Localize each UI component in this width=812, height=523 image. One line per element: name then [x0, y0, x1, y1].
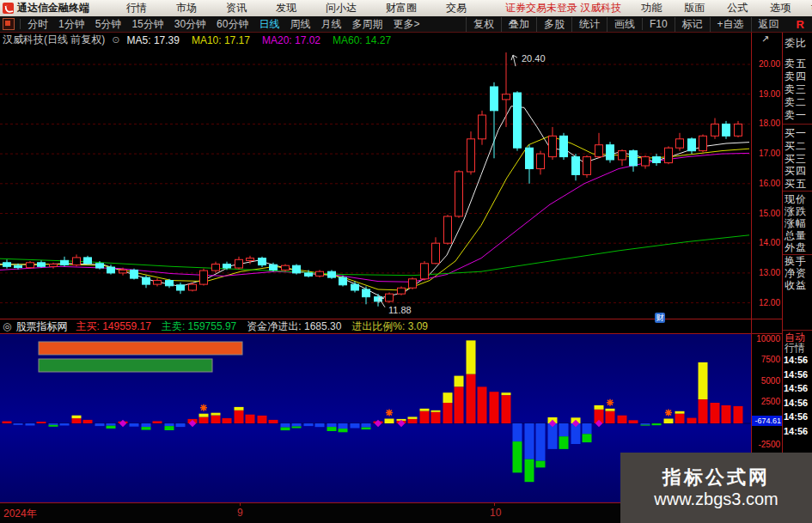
period-tab-30分钟[interactable]: 30分钟 — [169, 17, 211, 32]
menu-item-财富圈[interactable]: 财富圈 — [371, 1, 431, 15]
menu-item-发现[interactable]: 发现 — [261, 1, 311, 15]
indicator-value: 资金净进出: 1685.30 — [247, 319, 341, 334]
tool-button-返回[interactable]: 返回 — [751, 17, 786, 32]
tick-time: 14:56 — [784, 426, 808, 436]
tick-time: 14:56 — [784, 383, 808, 393]
price-tick-label: 17.00 — [751, 149, 780, 158]
tool-button-F10[interactable]: F10 — [642, 18, 675, 30]
price-tick-label: 15.00 — [751, 210, 780, 218]
watermark-url: www.zbgs3.com — [654, 489, 778, 509]
price-tick-label: 18.00 — [751, 119, 780, 128]
period-tab-5分钟[interactable]: 5分钟 — [90, 17, 127, 32]
quote-label-外盘: 外盘 — [785, 242, 807, 253]
quote-label-现价: 现价 — [785, 194, 807, 205]
tool-button-叠加[interactable]: 叠加 — [501, 17, 536, 32]
menu-item-功能[interactable]: 功能 — [630, 1, 673, 15]
quote-divider — [783, 124, 812, 125]
tool-button-+自选[interactable]: +自选 — [710, 17, 751, 32]
period-tab-多周期[interactable]: 多周期 — [346, 17, 388, 32]
price-tick-label: 19.00 — [751, 90, 780, 99]
indicator-value: 进出比例%: 3.09 — [351, 319, 428, 334]
menu-item-选项[interactable]: 选项 — [759, 1, 802, 15]
frame-line — [751, 33, 752, 502]
date-tick — [494, 503, 495, 506]
layout-grid-icon[interactable] — [3, 18, 15, 30]
date-label-10: 10 — [490, 507, 501, 519]
quote-feed-label[interactable]: 行情 — [785, 343, 805, 353]
quote-panel: 自动 行情 委比卖五卖四卖三卖二卖一买一买二买三买四买五现价涨跌涨幅总量外盘换手… — [783, 33, 812, 502]
tick-time: 14:56 — [784, 411, 808, 422]
app-title: 通达信金融终端 — [17, 1, 89, 15]
menu-item-市场[interactable]: 市场 — [162, 1, 211, 15]
quote-label-买五: 买五 — [785, 179, 807, 190]
quote-label-委比: 委比 — [785, 38, 807, 49]
period-tab-月线[interactable]: 月线 — [315, 17, 346, 32]
quote-label-卖四: 卖四 — [785, 71, 807, 82]
period-toolbar: 分时1分钟5分钟15分钟30分钟60分钟日线周线月线多周期更多> 复权叠加多股统… — [0, 16, 812, 33]
period-tab-1分钟[interactable]: 1分钟 — [53, 17, 90, 32]
quote-label-买四: 买四 — [785, 166, 807, 177]
period-tab-日线[interactable]: 日线 — [253, 17, 284, 32]
svg-text:11.88: 11.88 — [388, 305, 412, 315]
menubar: 通达信金融终端 行情市场资讯发现问小达财富圈交易 证券交易未登录 汉威科技 功能… — [0, 0, 812, 17]
tdx-terminal-window: 通达信金融终端 行情市场资讯发现问小达财富圈交易 证券交易未登录 汉威科技 功能… — [0, 0, 812, 523]
quote-label-卖二: 卖二 — [785, 97, 807, 108]
price-tick-label: 13.00 — [751, 269, 780, 277]
indicator-value: 主卖: 159755.97 — [162, 319, 236, 334]
price-tick-label: 14.00 — [751, 239, 780, 247]
tick-time: 14:56 — [784, 355, 808, 365]
quote-label-总量: 总量 — [785, 230, 807, 241]
period-tab-分时[interactable]: 分时 — [22, 17, 53, 32]
quote-label-卖五: 卖五 — [785, 58, 807, 70]
svg-text:20.40: 20.40 — [522, 53, 546, 64]
indicator-tick-label: 7500 — [751, 356, 780, 364]
quote-label-换手: 换手 — [785, 256, 807, 267]
period-tab-周线[interactable]: 周线 — [284, 17, 315, 32]
announcement-marker-icon[interactable]: 财 — [655, 313, 665, 323]
menu-item-行情[interactable]: 行情 — [112, 1, 162, 15]
toolbar-separator — [20, 19, 21, 29]
indicator-collapse-icon[interactable]: ◎ — [3, 320, 11, 332]
frame-line — [0, 333, 783, 334]
r-badge[interactable]: R — [797, 18, 804, 31]
watermark-title: 指标公式网 — [662, 466, 770, 489]
candlestick-chart[interactable]: 20.4011.88 — [0, 47, 751, 319]
menu-item-交易[interactable]: 交易 — [431, 1, 481, 15]
date-label-2024年: 2024年 — [3, 507, 37, 521]
quote-divider — [783, 191, 812, 192]
menu-item-公式[interactable]: 公式 — [716, 1, 759, 15]
collapse-icon[interactable]: ⊙ — [112, 34, 119, 46]
indicator-tick-label: 2500 — [751, 398, 780, 406]
period-tab-更多>[interactable]: 更多> — [388, 17, 424, 32]
quote-label-买二: 买二 — [785, 141, 807, 152]
watermark: 指标公式网 www.zbgs3.com — [620, 453, 812, 523]
tick-time: 14:56 — [784, 369, 808, 380]
tool-button-标记[interactable]: 标记 — [675, 17, 710, 32]
indicator-values: 主买: 149559.17主卖: 159755.97资金净进出: 1685.30… — [76, 319, 438, 334]
date-label-9: 9 — [237, 507, 243, 519]
ma-legend-item: MA20: 17.02 — [262, 34, 321, 46]
trade-login-alert[interactable]: 证券交易未登录 汉威科技 — [505, 1, 621, 15]
menu-item-版面[interactable]: 版面 — [673, 1, 716, 15]
indicator-value: 主买: 149559.17 — [76, 319, 150, 334]
menu-item-问小达[interactable]: 问小达 — [311, 1, 371, 15]
expand-icon[interactable]: ↗ — [761, 33, 769, 45]
price-tick-label: 16.00 — [751, 179, 780, 188]
tool-button-统计[interactable]: 统计 — [571, 17, 607, 32]
stock-title: 汉威科技(日线 前复权) — [3, 33, 105, 47]
indicator-tick-label: 10000 — [751, 335, 780, 344]
price-tick-label: 20.00 — [751, 60, 780, 69]
period-tab-60分钟[interactable]: 60分钟 — [211, 17, 253, 32]
tool-button-复权[interactable]: 复权 — [466, 17, 501, 32]
tool-button-画线[interactable]: 画线 — [607, 17, 642, 32]
menu-item-资讯[interactable]: 资讯 — [211, 1, 261, 15]
ma-legend-item: MA10: 17.17 — [192, 34, 250, 46]
current-value-badge: -674.61 — [752, 416, 782, 426]
quote-label-买一: 买一 — [785, 128, 807, 139]
frame-line — [0, 319, 783, 319]
quote-label-涨跌: 涨跌 — [785, 206, 807, 217]
period-tab-15分钟[interactable]: 15分钟 — [126, 17, 168, 32]
quote-divider — [783, 254, 812, 255]
indicator-tick-label: 5000 — [751, 377, 780, 386]
tool-button-多股[interactable]: 多股 — [536, 17, 571, 32]
